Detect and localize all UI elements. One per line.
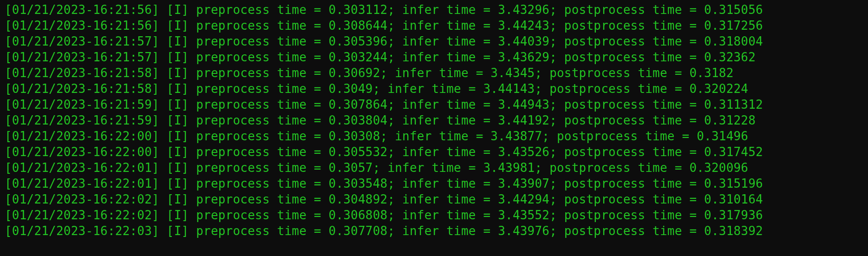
log-line: [01/21/2023-16:21:56] [I] preprocess tim… bbox=[5, 18, 863, 33]
log-line: [01/21/2023-16:21:57] [I] preprocess tim… bbox=[5, 33, 863, 49]
log-timestamp: [01/21/2023-16:21:56] bbox=[5, 3, 159, 17]
log-timestamp: [01/21/2023-16:22:02] bbox=[5, 192, 159, 206]
log-message: preprocess time = 0.30692; infer time = … bbox=[196, 66, 733, 80]
log-level-tag: [I] bbox=[167, 177, 189, 190]
log-timestamp: [01/21/2023-16:21:59] bbox=[5, 113, 159, 127]
log-message: preprocess time = 0.303548; infer time =… bbox=[196, 177, 763, 190]
log-level-tag: [I] bbox=[167, 3, 189, 17]
log-message: preprocess time = 0.305532; infer time =… bbox=[196, 145, 763, 159]
log-timestamp: [01/21/2023-16:22:00] bbox=[5, 129, 159, 143]
log-timestamp: [01/21/2023-16:22:02] bbox=[5, 208, 159, 222]
log-line: [01/21/2023-16:21:59] [I] preprocess tim… bbox=[5, 97, 863, 112]
log-level-tag: [I] bbox=[167, 66, 189, 80]
log-level-tag: [I] bbox=[167, 98, 189, 112]
log-message: preprocess time = 0.306808; infer time =… bbox=[196, 208, 763, 222]
log-timestamp: [01/21/2023-16:21:57] bbox=[5, 34, 159, 48]
terminal-output: [01/21/2023-16:21:56] [I] preprocess tim… bbox=[0, 0, 868, 239]
log-timestamp: [01/21/2023-16:22:00] bbox=[5, 145, 159, 159]
log-timestamp: [01/21/2023-16:21:56] bbox=[5, 19, 159, 33]
log-line: [01/21/2023-16:22:03] [I] preprocess tim… bbox=[5, 223, 863, 239]
log-message: preprocess time = 0.307864; infer time =… bbox=[196, 98, 763, 112]
log-line: [01/21/2023-16:21:58] [I] preprocess tim… bbox=[5, 65, 863, 81]
log-level-tag: [I] bbox=[167, 145, 189, 159]
log-message: preprocess time = 0.303112; infer time =… bbox=[196, 3, 763, 17]
log-level-tag: [I] bbox=[167, 19, 189, 33]
log-level-tag: [I] bbox=[167, 129, 189, 143]
log-message: preprocess time = 0.305396; infer time =… bbox=[196, 34, 763, 48]
log-line: [01/21/2023-16:22:02] [I] preprocess tim… bbox=[5, 191, 863, 207]
log-line: [01/21/2023-16:21:59] [I] preprocess tim… bbox=[5, 112, 863, 128]
log-level-tag: [I] bbox=[167, 113, 189, 127]
log-message: preprocess time = 0.303804; infer time =… bbox=[196, 113, 756, 127]
log-level-tag: [I] bbox=[167, 82, 189, 96]
log-line: [01/21/2023-16:21:56] [I] preprocess tim… bbox=[5, 2, 863, 18]
log-line: [01/21/2023-16:22:01] [I] preprocess tim… bbox=[5, 176, 863, 191]
log-timestamp: [01/21/2023-16:22:03] bbox=[5, 224, 159, 238]
log-timestamp: [01/21/2023-16:21:57] bbox=[5, 50, 159, 64]
log-line: [01/21/2023-16:22:00] [I] preprocess tim… bbox=[5, 144, 863, 160]
log-timestamp: [01/21/2023-16:21:58] bbox=[5, 66, 159, 80]
log-line: [01/21/2023-16:22:02] [I] preprocess tim… bbox=[5, 207, 863, 223]
log-timestamp: [01/21/2023-16:21:58] bbox=[5, 82, 159, 96]
log-level-tag: [I] bbox=[167, 192, 189, 206]
log-message: preprocess time = 0.304892; infer time =… bbox=[196, 192, 763, 206]
log-line: [01/21/2023-16:22:01] [I] preprocess tim… bbox=[5, 160, 863, 176]
log-message: preprocess time = 0.308644; infer time =… bbox=[196, 19, 763, 33]
log-timestamp: [01/21/2023-16:21:59] bbox=[5, 98, 159, 112]
log-message: preprocess time = 0.3049; infer time = 3… bbox=[196, 82, 748, 96]
log-level-tag: [I] bbox=[167, 208, 189, 222]
log-level-tag: [I] bbox=[167, 50, 189, 64]
log-message: preprocess time = 0.303244; infer time =… bbox=[196, 50, 756, 64]
log-message: preprocess time = 0.30308; infer time = … bbox=[196, 129, 748, 143]
log-timestamp: [01/21/2023-16:22:01] bbox=[5, 177, 159, 190]
log-level-tag: [I] bbox=[167, 224, 189, 238]
log-line: [01/21/2023-16:21:57] [I] preprocess tim… bbox=[5, 49, 863, 65]
log-line: [01/21/2023-16:21:58] [I] preprocess tim… bbox=[5, 81, 863, 97]
log-level-tag: [I] bbox=[167, 34, 189, 48]
log-timestamp: [01/21/2023-16:22:01] bbox=[5, 161, 159, 175]
log-message: preprocess time = 0.307708; infer time =… bbox=[196, 224, 763, 238]
log-line: [01/21/2023-16:22:00] [I] preprocess tim… bbox=[5, 128, 863, 144]
log-level-tag: [I] bbox=[167, 161, 189, 175]
log-message: preprocess time = 0.3057; infer time = 3… bbox=[196, 161, 748, 175]
